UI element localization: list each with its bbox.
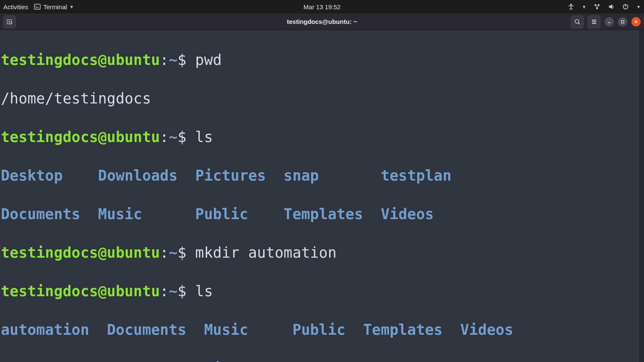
output-line: /home/testingdocs	[1, 89, 642, 108]
chevron-down-icon: ▼	[636, 5, 641, 9]
prompt-line: testingdocs@ubuntu:~$ mkdir automation	[1, 243, 642, 262]
scrollbar[interactable]	[639, 30, 644, 362]
chevron-down-icon: ▼	[582, 5, 586, 9]
window-title-bar: testingdocs@ubuntu: ~	[0, 13, 644, 30]
app-menu[interactable]: Terminal ▼	[34, 3, 74, 10]
ls-output-row: Desktop Downloads Pictures snap testplan	[1, 359, 642, 362]
search-button[interactable]	[571, 16, 584, 28]
svg-rect-0	[34, 4, 40, 9]
network-icon[interactable]	[594, 3, 600, 10]
clock[interactable]: Mar 13 19:52	[304, 3, 340, 10]
accessibility-icon[interactable]	[568, 3, 574, 10]
svg-point-1	[571, 4, 572, 5]
close-button[interactable]	[631, 17, 641, 26]
window-title: testingdocs@ubuntu: ~	[287, 18, 357, 25]
terminal-output[interactable]: testingdocs@ubuntu:~$ pwd /home/testingd…	[0, 30, 644, 362]
svg-rect-11	[621, 21, 624, 23]
chevron-down-icon: ▼	[70, 5, 74, 9]
svg-point-8	[575, 19, 579, 23]
prompt-line: testingdocs@ubuntu:~$ ls	[1, 127, 642, 147]
ls-output-row: Desktop Downloads Pictures snap testplan	[1, 166, 642, 185]
svg-line-9	[579, 23, 580, 24]
power-icon[interactable]	[622, 3, 629, 10]
gnome-top-bar: Activities Terminal ▼ Mar 13 19:52 ▼ ▼	[0, 0, 644, 13]
prompt-line: testingdocs@ubuntu:~$ ls	[1, 282, 642, 301]
ls-output-row: Documents Music Public Templates Videos	[1, 204, 642, 224]
ls-output-row: automation Documents Music Public Templa…	[1, 320, 642, 339]
volume-icon[interactable]	[608, 3, 615, 10]
terminal-icon	[34, 3, 41, 10]
app-menu-label: Terminal	[43, 3, 67, 10]
new-tab-button[interactable]	[3, 16, 16, 28]
minimize-button[interactable]	[605, 17, 614, 26]
activities-button[interactable]: Activities	[3, 3, 28, 10]
hamburger-menu-button[interactable]	[588, 16, 600, 28]
maximize-button[interactable]	[618, 17, 627, 26]
prompt-line: testingdocs@ubuntu:~$ pwd	[1, 50, 642, 70]
